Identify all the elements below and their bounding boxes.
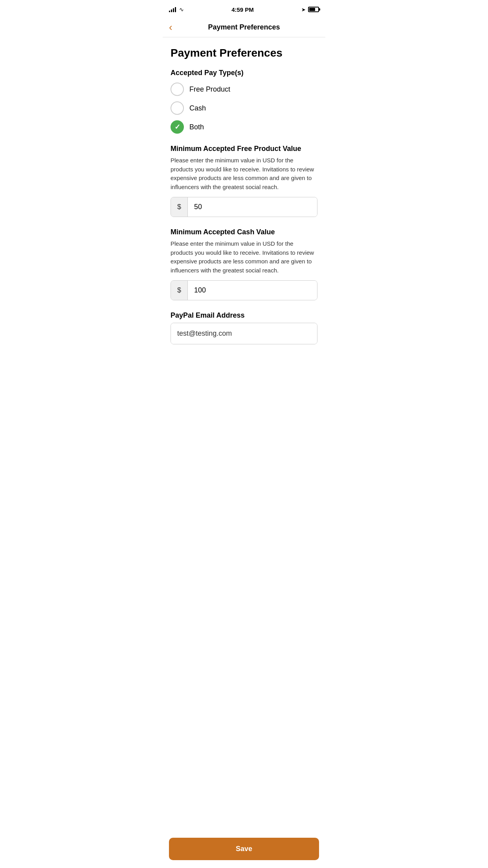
cash-value-input[interactable] (188, 281, 317, 300)
nav-bar: ‹ Payment Preferences (163, 17, 325, 37)
signal-bars-icon (169, 7, 176, 12)
nav-title: Payment Preferences (208, 23, 280, 31)
cash-value-section: Minimum Accepted Cash Value Please enter… (171, 228, 317, 300)
paypal-email-input[interactable] (171, 323, 317, 344)
radio-item-both[interactable]: Both (171, 120, 317, 134)
paypal-email-section: PayPal Email Address (171, 311, 317, 344)
pay-type-label: Accepted Pay Type(s) (171, 69, 317, 77)
free-product-value-prefix: $ (171, 197, 188, 217)
cash-value-description: Please enter the minimum value in USD fo… (171, 239, 317, 275)
radio-label-free-product: Free Product (189, 85, 230, 94)
pay-type-section: Accepted Pay Type(s) Free Product Cash B… (171, 69, 317, 134)
pay-type-radio-group: Free Product Cash Both (171, 83, 317, 134)
radio-item-cash[interactable]: Cash (171, 101, 317, 115)
radio-item-free-product[interactable]: Free Product (171, 83, 317, 96)
radio-label-both: Both (189, 123, 204, 131)
free-product-value-section: Minimum Accepted Free Product Value Plea… (171, 145, 317, 217)
cash-value-label: Minimum Accepted Cash Value (171, 228, 317, 236)
free-product-value-input-group: $ (171, 197, 317, 217)
status-time: 4:59 PM (231, 6, 254, 13)
radio-circle-free-product[interactable] (171, 83, 184, 96)
back-button[interactable]: ‹ (169, 20, 176, 34)
free-product-value-description: Please enter the minimum value in USD fo… (171, 156, 317, 191)
page-title: Payment Preferences (171, 47, 317, 59)
status-bar: ∿ 4:59 PM ➤ (163, 0, 325, 17)
paypal-email-input-wrapper (171, 323, 317, 344)
status-left: ∿ (169, 6, 184, 13)
cash-value-prefix: $ (171, 281, 188, 300)
status-right: ➤ (301, 7, 319, 13)
cash-value-input-group: $ (171, 280, 317, 300)
location-icon: ➤ (301, 7, 306, 13)
battery-icon (308, 7, 319, 12)
wifi-icon: ∿ (179, 6, 184, 13)
radio-label-cash: Cash (189, 104, 206, 112)
radio-circle-both[interactable] (171, 120, 184, 134)
main-content: Payment Preferences Accepted Pay Type(s)… (163, 37, 325, 395)
paypal-email-label: PayPal Email Address (171, 311, 317, 320)
free-product-value-label: Minimum Accepted Free Product Value (171, 145, 317, 153)
radio-circle-cash[interactable] (171, 101, 184, 115)
free-product-value-input[interactable] (188, 197, 317, 217)
